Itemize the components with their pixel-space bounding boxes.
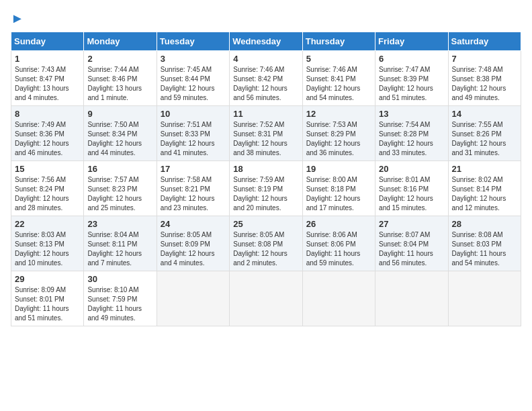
day-info: Sunrise: 7:48 AMSunset: 8:38 PMDaylight:…	[452, 65, 517, 103]
day-number: 22	[15, 219, 80, 229]
day-number: 2	[87, 54, 152, 64]
day-info: Sunrise: 7:50 AMSunset: 8:34 PMDaylight:…	[87, 120, 152, 158]
calendar-day-cell: 9Sunrise: 7:50 AMSunset: 8:34 PMDaylight…	[84, 106, 157, 161]
day-number: 11	[233, 109, 298, 119]
calendar-week-row: 22Sunrise: 8:03 AMSunset: 8:13 PMDayligh…	[11, 216, 521, 271]
weekday-header-sunday: Sunday	[11, 32, 84, 51]
day-info: Sunrise: 7:46 AMSunset: 8:42 PMDaylight:…	[233, 65, 298, 103]
calendar-day-cell: 16Sunrise: 7:57 AMSunset: 8:23 PMDayligh…	[84, 161, 157, 216]
day-number: 21	[452, 164, 517, 174]
calendar-day-cell: 7Sunrise: 7:48 AMSunset: 8:38 PMDaylight…	[448, 51, 521, 106]
calendar-day-cell: 19Sunrise: 8:00 AMSunset: 8:18 PMDayligh…	[302, 161, 375, 216]
weekday-header-friday: Friday	[375, 32, 448, 51]
calendar-day-cell: 1Sunrise: 7:43 AMSunset: 8:47 PMDaylight…	[11, 51, 84, 106]
day-number: 15	[15, 164, 80, 174]
calendar-day-cell: 6Sunrise: 7:47 AMSunset: 8:39 PMDaylight…	[375, 51, 448, 106]
calendar-day-cell: 17Sunrise: 7:58 AMSunset: 8:21 PMDayligh…	[157, 161, 229, 216]
day-number: 28	[452, 219, 517, 229]
calendar-day-cell: 29Sunrise: 8:09 AMSunset: 8:01 PMDayligh…	[11, 271, 84, 326]
calendar-day-cell: 4Sunrise: 7:46 AMSunset: 8:42 PMDaylight…	[230, 51, 302, 106]
calendar-day-cell: 10Sunrise: 7:51 AMSunset: 8:33 PMDayligh…	[157, 106, 229, 161]
day-number: 9	[87, 109, 152, 119]
day-info: Sunrise: 8:04 AMSunset: 8:11 PMDaylight:…	[87, 230, 152, 268]
calendar-week-row: 1Sunrise: 7:43 AMSunset: 8:47 PMDaylight…	[11, 51, 521, 106]
calendar-day-cell: 21Sunrise: 8:02 AMSunset: 8:14 PMDayligh…	[448, 161, 521, 216]
day-number: 30	[87, 274, 152, 284]
day-info: Sunrise: 7:45 AMSunset: 8:44 PMDaylight:…	[161, 65, 226, 103]
day-number: 20	[379, 164, 444, 174]
calendar-day-cell: 26Sunrise: 8:06 AMSunset: 8:06 PMDayligh…	[302, 216, 375, 271]
calendar-day-cell: 22Sunrise: 8:03 AMSunset: 8:13 PMDayligh…	[11, 216, 84, 271]
day-number: 3	[161, 54, 226, 64]
calendar-day-cell: 24Sunrise: 8:05 AMSunset: 8:09 PMDayligh…	[157, 216, 229, 271]
day-number: 7	[452, 54, 517, 64]
calendar-day-cell: 25Sunrise: 8:05 AMSunset: 8:08 PMDayligh…	[230, 216, 302, 271]
day-info: Sunrise: 7:55 AMSunset: 8:26 PMDaylight:…	[452, 120, 517, 158]
day-number: 16	[87, 164, 152, 174]
day-info: Sunrise: 7:53 AMSunset: 8:29 PMDaylight:…	[306, 120, 371, 158]
day-info: Sunrise: 7:58 AMSunset: 8:21 PMDaylight:…	[161, 175, 226, 213]
calendar-day-cell: 11Sunrise: 7:52 AMSunset: 8:31 PMDayligh…	[230, 106, 302, 161]
weekday-header-saturday: Saturday	[448, 32, 521, 51]
day-number: 17	[161, 164, 226, 174]
day-info: Sunrise: 7:46 AMSunset: 8:41 PMDaylight:…	[306, 65, 371, 103]
calendar-week-row: 29Sunrise: 8:09 AMSunset: 8:01 PMDayligh…	[11, 271, 521, 326]
day-number: 10	[161, 109, 226, 119]
logo-bird-icon: ►	[11, 11, 24, 26]
day-info: Sunrise: 8:00 AMSunset: 8:18 PMDaylight:…	[306, 175, 371, 213]
calendar-day-cell: 14Sunrise: 7:55 AMSunset: 8:26 PMDayligh…	[448, 106, 521, 161]
day-info: Sunrise: 8:07 AMSunset: 8:04 PMDaylight:…	[379, 230, 444, 268]
day-info: Sunrise: 8:01 AMSunset: 8:16 PMDaylight:…	[379, 175, 444, 213]
calendar-day-cell: 13Sunrise: 7:54 AMSunset: 8:28 PMDayligh…	[375, 106, 448, 161]
day-info: Sunrise: 8:05 AMSunset: 8:09 PMDaylight:…	[161, 230, 226, 268]
day-info: Sunrise: 7:47 AMSunset: 8:39 PMDaylight:…	[379, 65, 444, 103]
day-info: Sunrise: 7:51 AMSunset: 8:33 PMDaylight:…	[161, 120, 226, 158]
calendar-day-cell	[157, 271, 229, 326]
calendar-day-cell	[448, 271, 521, 326]
calendar-day-cell	[375, 271, 448, 326]
calendar-day-cell: 30Sunrise: 8:10 AMSunset: 7:59 PMDayligh…	[84, 271, 157, 326]
calendar-week-row: 15Sunrise: 7:56 AMSunset: 8:24 PMDayligh…	[11, 161, 521, 216]
day-info: Sunrise: 8:06 AMSunset: 8:06 PMDaylight:…	[306, 230, 371, 268]
page-header: ►	[11, 11, 521, 26]
day-info: Sunrise: 8:08 AMSunset: 8:03 PMDaylight:…	[452, 230, 517, 268]
day-number: 25	[233, 219, 298, 229]
day-number: 18	[233, 164, 298, 174]
day-info: Sunrise: 8:02 AMSunset: 8:14 PMDaylight:…	[452, 175, 517, 213]
calendar-day-cell: 8Sunrise: 7:49 AMSunset: 8:36 PMDaylight…	[11, 106, 84, 161]
calendar-table: SundayMondayTuesdayWednesdayThursdayFrid…	[11, 32, 521, 326]
day-number: 5	[306, 54, 371, 64]
calendar-day-cell: 27Sunrise: 8:07 AMSunset: 8:04 PMDayligh…	[375, 216, 448, 271]
calendar-day-cell	[230, 271, 302, 326]
calendar-day-cell: 2Sunrise: 7:44 AMSunset: 8:46 PMDaylight…	[84, 51, 157, 106]
calendar-week-row: 8Sunrise: 7:49 AMSunset: 8:36 PMDaylight…	[11, 106, 521, 161]
day-info: Sunrise: 8:10 AMSunset: 7:59 PMDaylight:…	[87, 285, 152, 323]
day-info: Sunrise: 7:44 AMSunset: 8:46 PMDaylight:…	[87, 65, 152, 103]
weekday-header-wednesday: Wednesday	[230, 32, 302, 51]
day-number: 19	[306, 164, 371, 174]
day-number: 23	[87, 219, 152, 229]
weekday-header-monday: Monday	[84, 32, 157, 51]
day-number: 27	[379, 219, 444, 229]
calendar-day-cell: 5Sunrise: 7:46 AMSunset: 8:41 PMDaylight…	[302, 51, 375, 106]
logo: ►	[11, 11, 24, 26]
day-number: 14	[452, 109, 517, 119]
day-info: Sunrise: 7:59 AMSunset: 8:19 PMDaylight:…	[233, 175, 298, 213]
calendar-day-cell: 18Sunrise: 7:59 AMSunset: 8:19 PMDayligh…	[230, 161, 302, 216]
weekday-header-tuesday: Tuesday	[157, 32, 229, 51]
day-info: Sunrise: 8:05 AMSunset: 8:08 PMDaylight:…	[233, 230, 298, 268]
calendar-day-cell: 15Sunrise: 7:56 AMSunset: 8:24 PMDayligh…	[11, 161, 84, 216]
day-info: Sunrise: 8:09 AMSunset: 8:01 PMDaylight:…	[15, 285, 80, 323]
day-number: 26	[306, 219, 371, 229]
calendar-day-cell: 3Sunrise: 7:45 AMSunset: 8:44 PMDaylight…	[157, 51, 229, 106]
day-info: Sunrise: 7:43 AMSunset: 8:47 PMDaylight:…	[15, 65, 80, 103]
day-number: 13	[379, 109, 444, 119]
day-info: Sunrise: 8:03 AMSunset: 8:13 PMDaylight:…	[15, 230, 80, 268]
day-info: Sunrise: 7:52 AMSunset: 8:31 PMDaylight:…	[233, 120, 298, 158]
calendar-day-cell	[302, 271, 375, 326]
day-number: 24	[161, 219, 226, 229]
day-number: 1	[15, 54, 80, 64]
calendar-day-cell: 28Sunrise: 8:08 AMSunset: 8:03 PMDayligh…	[448, 216, 521, 271]
day-info: Sunrise: 7:49 AMSunset: 8:36 PMDaylight:…	[15, 120, 80, 158]
day-info: Sunrise: 7:56 AMSunset: 8:24 PMDaylight:…	[15, 175, 80, 213]
